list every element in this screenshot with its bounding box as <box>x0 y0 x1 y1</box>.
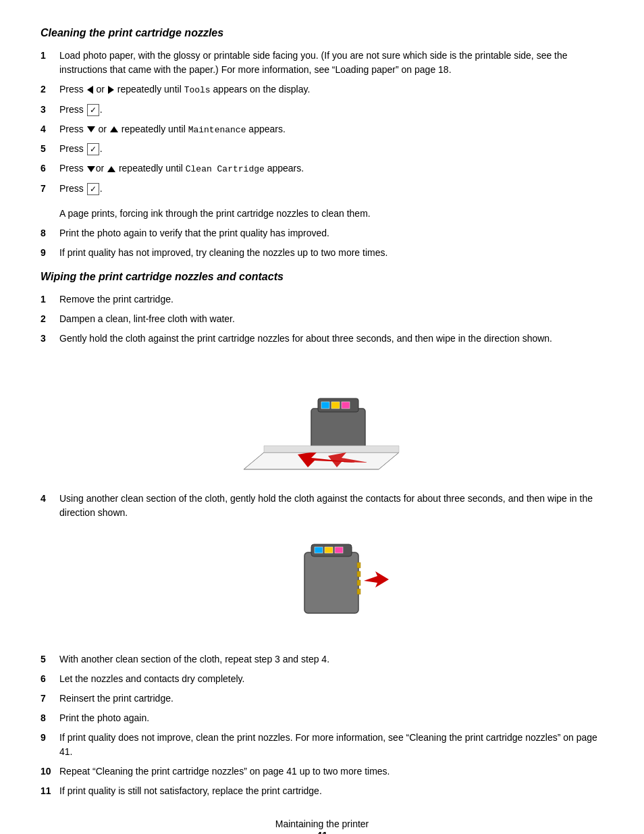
step-number: 7 <box>41 692 59 706</box>
step-item: 5 With another clean section of the clot… <box>41 652 603 667</box>
step-content: Remove the print cartridge. <box>59 292 603 307</box>
step-number: 10 <box>41 764 59 779</box>
step-number: 4 <box>41 492 59 506</box>
step-item: 3 Gently hold the cloth against the prin… <box>41 332 603 346</box>
check-button-icon: ✓ <box>87 104 99 116</box>
step-number: 9 <box>41 731 59 745</box>
svg-rect-17 <box>357 571 360 577</box>
step-content: Repeat “Cleaning the print cartridge noz… <box>59 764 603 779</box>
step-item: 1 Remove the print cartridge. <box>41 292 603 307</box>
step-content: Press or repeatedly until Clean Cartridg… <box>59 161 603 176</box>
section2-title: Wiping the print cartridge nozzles and c… <box>41 271 603 283</box>
code-maintenance: Maintenance <box>188 125 246 135</box>
arrow-left-icon <box>87 86 93 94</box>
step-item: 7 Press ✓. <box>41 182 603 196</box>
nozzle-wipe-svg <box>244 358 419 479</box>
step-content: Press ✓. <box>59 103 603 117</box>
section2-steps-cont2: 5 With another clean section of the clot… <box>41 652 603 798</box>
step-content: Let the nozzles and contacts dry complet… <box>59 672 603 686</box>
svg-rect-11 <box>304 552 358 613</box>
step-number: 4 <box>41 122 59 136</box>
step-number: 9 <box>41 246 59 260</box>
step-item: 3 Press ✓. <box>41 103 603 117</box>
step-number: 2 <box>41 312 59 326</box>
arrow-up-icon <box>110 126 118 132</box>
section1-title: Cleaning the print cartridge nozzles <box>41 27 603 39</box>
arrow-right-icon <box>108 86 114 94</box>
step-item: 2 Dampen a clean, lint-free cloth with w… <box>41 312 603 326</box>
step-item: 2 Press or repeatedly until Tools appear… <box>41 82 603 97</box>
step-content: If print quality has not improved, try c… <box>59 246 603 260</box>
step-item: 6 Let the nozzles and contacts dry compl… <box>41 672 603 686</box>
section1-steps-cont: 8 Print the photo again to verify that t… <box>41 226 603 260</box>
step-content: Using another clean section of the cloth… <box>59 492 603 520</box>
footer-page-number: 41 <box>41 829 603 835</box>
step-number: 6 <box>41 672 59 686</box>
step-item: 9 If print quality does not improve, cle… <box>41 731 603 759</box>
check-button-icon: ✓ <box>87 183 99 195</box>
step-content: If print quality is still not satisfacto… <box>59 784 603 798</box>
step-item: 6 Press or repeatedly until Clean Cartri… <box>41 161 603 176</box>
svg-rect-6 <box>331 402 340 409</box>
svg-marker-0 <box>244 452 399 469</box>
step-content: Reinsert the print cartridge. <box>59 692 603 706</box>
code-tools: Tools <box>184 85 211 95</box>
page-footer: Maintaining the printer 41 <box>41 818 603 835</box>
step7-note: A page prints, forcing ink through the p… <box>59 207 603 221</box>
step-number: 1 <box>41 292 59 307</box>
arrow-down-icon <box>87 126 95 132</box>
step-number: 3 <box>41 103 59 117</box>
step-content: Press or repeatedly until Tools appears … <box>59 82 603 97</box>
step-number: 8 <box>41 711 59 725</box>
svg-rect-19 <box>357 589 360 594</box>
svg-rect-13 <box>315 547 323 553</box>
step-number: 5 <box>41 652 59 667</box>
check-button-icon: ✓ <box>87 143 99 155</box>
section2-steps-cont1: 4 Using another clean section of the clo… <box>41 492 603 520</box>
svg-rect-16 <box>357 563 360 568</box>
step-content: Press ✓. <box>59 142 603 156</box>
step-number: 6 <box>41 161 59 176</box>
svg-rect-3 <box>311 409 365 449</box>
step-content: Print the photo again to verify that the… <box>59 226 603 240</box>
step-item: 8 Print the photo again. <box>41 711 603 725</box>
step-number: 11 <box>41 784 59 798</box>
step-content: Gently hold the cloth against the print … <box>59 332 603 346</box>
step-content: Dampen a clean, lint-free cloth with wat… <box>59 312 603 326</box>
step-item: 4 Press or repeatedly until Maintenance … <box>41 122 603 137</box>
step-item: 7 Reinsert the print cartridge. <box>41 692 603 706</box>
step-item: 4 Using another clean section of the clo… <box>41 492 603 520</box>
svg-rect-7 <box>342 402 350 409</box>
step-number: 3 <box>41 332 59 346</box>
code-clean-cartridge: Clean Cartridge <box>186 164 265 174</box>
step-item: 10 Repeat “Cleaning the print cartridge … <box>41 764 603 779</box>
contacts-wipe-svg <box>264 532 399 640</box>
illustration-nozzle-wipe <box>59 358 603 479</box>
section2-steps: 1 Remove the print cartridge. 2 Dampen a… <box>41 292 603 346</box>
step-content: Print the photo again. <box>59 711 603 725</box>
svg-rect-15 <box>335 547 343 553</box>
svg-marker-9 <box>264 446 399 452</box>
step-item: 8 Print the photo again to verify that t… <box>41 226 603 240</box>
step-number: 5 <box>41 142 59 156</box>
step-item: 9 If print quality has not improved, try… <box>41 246 603 260</box>
svg-rect-5 <box>321 402 329 409</box>
arrow-up-icon <box>107 166 115 172</box>
illustration-contacts-wipe <box>59 532 603 640</box>
step-content: Load photo paper, with the glossy or pri… <box>59 49 603 77</box>
step-item: 5 Press ✓. <box>41 142 603 156</box>
step-number: 2 <box>41 82 59 97</box>
footer-label: Maintaining the printer <box>41 818 603 829</box>
step-number: 7 <box>41 182 59 196</box>
step-content: With another clean section of the cloth,… <box>59 652 603 667</box>
step-content: Press ✓. <box>59 182 603 196</box>
step-item: 11 If print quality is still not satisfa… <box>41 784 603 798</box>
svg-rect-14 <box>325 547 333 553</box>
svg-rect-18 <box>357 580 360 585</box>
step-content: Press or repeatedly until Maintenance ap… <box>59 122 603 137</box>
step-number: 1 <box>41 49 59 63</box>
section1-steps: 1 Load photo paper, with the glossy or p… <box>41 49 603 196</box>
arrow-down-icon <box>87 166 95 172</box>
step-number: 8 <box>41 226 59 240</box>
step-item: 1 Load photo paper, with the glossy or p… <box>41 49 603 77</box>
